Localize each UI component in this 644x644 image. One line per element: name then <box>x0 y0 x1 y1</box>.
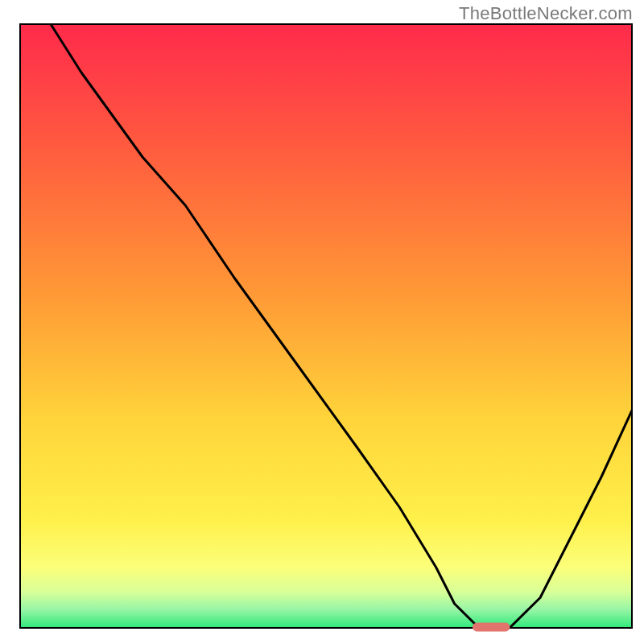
chart-frame: TheBottleNecker.com <box>0 0 644 644</box>
optimal-range-marker <box>473 623 510 631</box>
bottleneck-chart <box>0 0 644 644</box>
